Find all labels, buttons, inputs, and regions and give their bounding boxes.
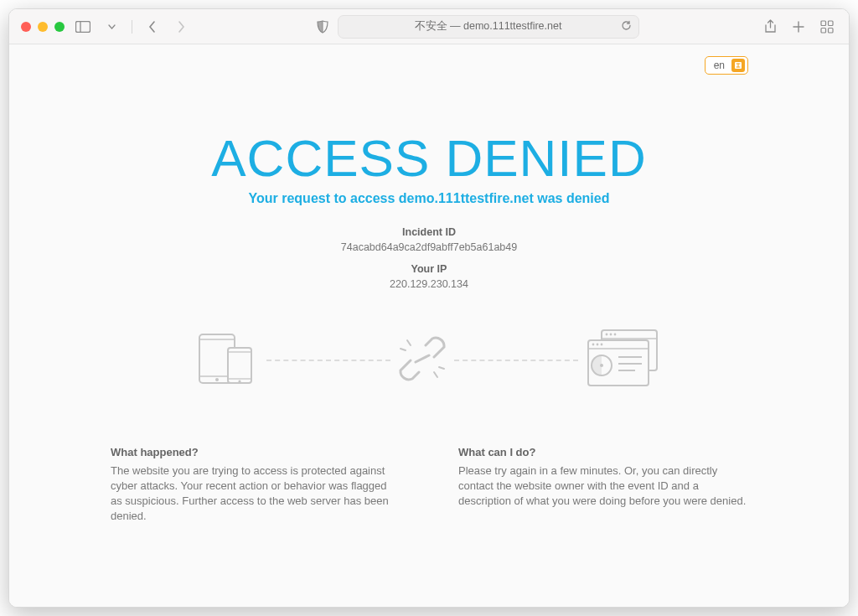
traffic-lights — [21, 22, 65, 32]
svg-rect-4 — [821, 28, 826, 33]
svg-point-26 — [601, 343, 603, 345]
what-can-i-do-body: Please try again in a few minutes. Or, y… — [458, 463, 747, 510]
tab-overview-button[interactable] — [817, 18, 837, 36]
maximize-window-button[interactable] — [54, 22, 65, 32]
what-happened-heading: What happened? — [111, 445, 400, 460]
svg-rect-3 — [829, 21, 834, 26]
hero-section: ACCESS DENIED Your request to access dem… — [76, 128, 782, 206]
browser-chrome: 不安全 — demo.111ttestfire.net — [9, 9, 849, 44]
svg-rect-2 — [821, 21, 826, 26]
address-bar-text: 不安全 — demo.111ttestfire.net — [347, 19, 630, 34]
language-label: en — [714, 60, 725, 71]
incident-id-value: 74acabd64a9ca2df9abff7eb5a61ab49 — [76, 240, 782, 255]
page-subtitle: Your request to access demo.111ttestfire… — [76, 191, 782, 206]
svg-line-16 — [439, 367, 444, 369]
connection-graphic — [194, 323, 664, 398]
svg-point-12 — [238, 380, 240, 382]
svg-point-20 — [610, 333, 612, 335]
svg-rect-10 — [228, 348, 251, 383]
what-can-i-do-column: What can I do? Please try again in a few… — [458, 445, 747, 525]
svg-point-24 — [592, 343, 595, 345]
devices-icon — [194, 329, 261, 391]
svg-rect-0 — [76, 21, 90, 32]
svg-line-13 — [407, 340, 411, 345]
browser-window: 不安全 — demo.111ttestfire.net en — [8, 8, 850, 608]
privacy-shield-icon[interactable] — [313, 18, 333, 36]
dotted-line-right — [454, 360, 578, 361]
info-columns: What happened? The website you are tryin… — [111, 445, 747, 525]
page-content: en ACCESS DENIED Your request to access … — [9, 44, 849, 607]
incident-id-label: Incident ID — [402, 226, 456, 238]
language-selector[interactable]: en — [705, 56, 748, 75]
svg-line-15 — [434, 372, 437, 377]
svg-point-21 — [614, 333, 617, 335]
svg-line-14 — [401, 349, 406, 350]
language-icon — [731, 59, 745, 72]
svg-point-25 — [597, 343, 599, 345]
broken-link-icon — [395, 334, 449, 387]
svg-point-19 — [606, 333, 608, 335]
address-bar-wrap: 不安全 — demo.111ttestfire.net — [199, 15, 752, 39]
svg-point-28 — [600, 364, 603, 367]
your-ip-label: Your IP — [411, 263, 447, 275]
forward-button[interactable] — [171, 18, 191, 36]
sidebar-dropdown-button[interactable] — [101, 18, 121, 36]
what-can-i-do-heading: What can I do? — [458, 445, 747, 460]
svg-rect-5 — [829, 28, 834, 33]
new-tab-button[interactable] — [788, 18, 809, 36]
address-bar[interactable]: 不安全 — demo.111ttestfire.net — [338, 15, 639, 39]
toolbar-separator — [132, 20, 132, 34]
minimize-window-button[interactable] — [38, 22, 48, 32]
svg-point-9 — [215, 378, 219, 381]
right-toolbar — [760, 18, 837, 36]
reload-button[interactable] — [621, 20, 632, 34]
back-button[interactable] — [142, 18, 163, 36]
sidebar-toggle-button[interactable] — [73, 18, 93, 36]
page-title: ACCESS DENIED — [76, 128, 782, 188]
what-happened-body: The website you are trying to access is … — [111, 463, 400, 525]
server-window-icon — [583, 329, 664, 392]
what-happened-column: What happened? The website you are tryin… — [111, 445, 400, 525]
share-button[interactable] — [760, 18, 780, 36]
close-window-button[interactable] — [21, 22, 31, 32]
your-ip-value: 220.129.230.134 — [76, 277, 782, 292]
meta-block: Incident ID 74acabd64a9ca2df9abff7eb5a61… — [76, 225, 782, 292]
dotted-line-left — [266, 360, 390, 361]
